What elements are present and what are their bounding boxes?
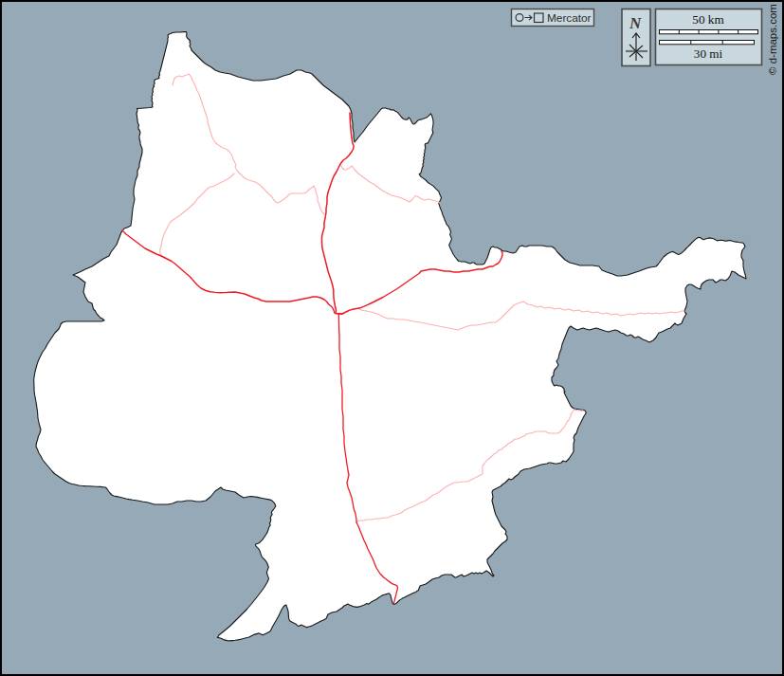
svg-text:30 mi: 30 mi	[694, 46, 723, 61]
svg-text:Mercator: Mercator	[547, 11, 592, 25]
svg-text:50 km: 50 km	[692, 12, 724, 27]
svg-text:N: N	[629, 14, 642, 32]
svg-text:© d-maps.com: © d-maps.com	[767, 4, 778, 75]
